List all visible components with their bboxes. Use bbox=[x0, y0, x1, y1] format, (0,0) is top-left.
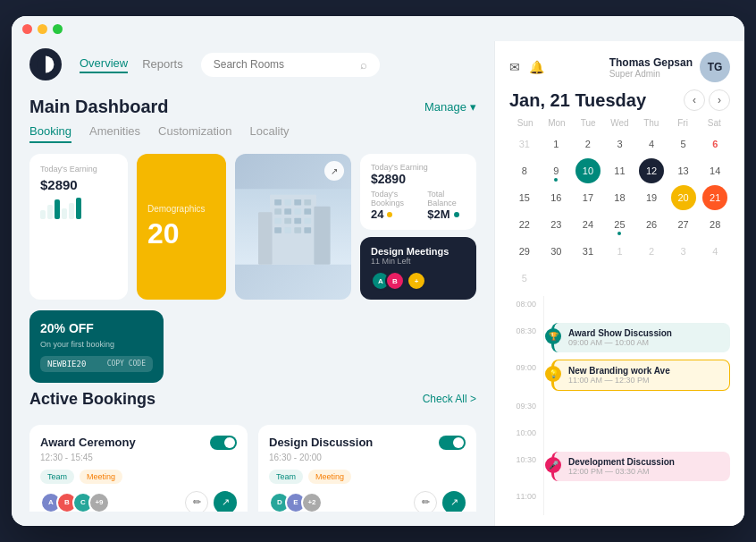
tab-locality[interactable]: Locality bbox=[249, 124, 289, 143]
cal-day-19[interactable]: 19 bbox=[639, 185, 664, 210]
avatar-add[interactable]: + bbox=[407, 271, 426, 291]
cal-day-17[interactable]: 17 bbox=[575, 185, 601, 210]
cal-day-5[interactable]: 5 bbox=[671, 131, 696, 157]
cal-day-4[interactable]: 4 bbox=[639, 131, 664, 157]
mail-icon[interactable]: ✉ bbox=[509, 60, 520, 74]
maximize-button[interactable] bbox=[53, 24, 63, 34]
promo-code-value: NEWBIE20 bbox=[47, 360, 86, 368]
cal-day-11[interactable]: 11 bbox=[607, 158, 632, 183]
booking-avatars-1: A B C +9 bbox=[40, 492, 105, 512]
schedule-content-0830: 🏆 Award Show Discussion 09:00 AM — 10:00… bbox=[551, 323, 730, 360]
cal-day-22[interactable]: 22 bbox=[512, 212, 537, 237]
toggle-2[interactable] bbox=[439, 436, 466, 450]
schedule-line bbox=[543, 296, 544, 323]
promo-code: NEWBIE20 COPY CODE bbox=[40, 356, 153, 372]
booking-tags-2: Team Meeting bbox=[269, 470, 466, 484]
search-input[interactable] bbox=[214, 58, 353, 71]
minimize-button[interactable] bbox=[38, 24, 47, 34]
earning-value: $2890 bbox=[40, 177, 117, 192]
cal-day-18[interactable]: 18 bbox=[607, 185, 632, 210]
tab-booking[interactable]: Booking bbox=[29, 124, 71, 143]
cal-day-30[interactable]: 30 bbox=[543, 239, 568, 264]
toggle-1[interactable] bbox=[210, 436, 237, 450]
cal-day-20[interactable]: 20 bbox=[671, 185, 696, 210]
cal-day-3[interactable]: 3 bbox=[607, 131, 632, 157]
avatar-2: B bbox=[385, 271, 405, 291]
schedule-line-1000 bbox=[543, 425, 544, 452]
cal-day-23[interactable]: 23 bbox=[543, 212, 568, 237]
share-button-2[interactable]: ↗ bbox=[442, 491, 466, 512]
check-all-button[interactable]: Check All > bbox=[423, 393, 476, 405]
event-dev[interactable]: 🎤 Development Discussion 12:00 PM — 03:3… bbox=[551, 452, 730, 481]
prev-month-button[interactable]: ‹ bbox=[684, 89, 705, 111]
calendar-days-header: Sun Mon Tue Wed Thu Fri Sat bbox=[509, 118, 730, 128]
time-1000: 10:00 bbox=[509, 425, 536, 452]
schedule-row-1100: 11:00 bbox=[509, 488, 730, 515]
header-icons: ✉ 🔔 bbox=[509, 60, 544, 74]
edit-button-1[interactable]: ✏ bbox=[185, 491, 208, 512]
today-earning-label: Today's Earning bbox=[371, 163, 466, 172]
close-button[interactable] bbox=[22, 24, 32, 34]
cal-day-28[interactable]: 28 bbox=[702, 212, 727, 237]
expand-icon[interactable]: ↗ bbox=[324, 161, 344, 181]
cal-day-15[interactable]: 15 bbox=[512, 185, 537, 210]
promo-subtitle: On your first booking bbox=[40, 340, 153, 349]
event-award-show[interactable]: 🏆 Award Show Discussion 09:00 AM — 10:00… bbox=[551, 323, 730, 352]
manage-button[interactable]: Manage ▾ bbox=[424, 100, 476, 114]
cal-day-29[interactable]: 29 bbox=[512, 239, 537, 264]
booking-time-1: 12:30 - 15:45 bbox=[40, 453, 237, 462]
cal-day-2[interactable]: 2 bbox=[575, 131, 601, 157]
schedule-content-0930 bbox=[551, 398, 730, 425]
svg-rect-12 bbox=[284, 218, 291, 224]
cal-day-3-next[interactable]: 3 bbox=[671, 239, 696, 264]
cal-day-25[interactable]: 25 bbox=[607, 212, 632, 237]
meeting-avatars: A B + bbox=[371, 271, 466, 291]
cal-day-8[interactable]: 8 bbox=[512, 158, 537, 183]
schedule-row-0830: 08:30 🏆 Award Show Discussion 09:00 AM —… bbox=[509, 323, 730, 360]
copy-label[interactable]: COPY CODE bbox=[107, 360, 146, 368]
bookings-value: 24 bbox=[371, 207, 420, 221]
svg-rect-11 bbox=[274, 218, 281, 224]
cal-day-12[interactable]: 12 bbox=[639, 158, 664, 183]
cal-day-5-next[interactable]: 5 bbox=[512, 266, 537, 291]
next-month-button[interactable]: › bbox=[709, 89, 730, 111]
cal-day-31-prev[interactable]: 31 bbox=[512, 131, 537, 157]
cal-day-9[interactable]: 9 bbox=[543, 158, 568, 183]
promo-title: 20% OFF bbox=[40, 321, 153, 336]
cal-day-1-next[interactable]: 1 bbox=[607, 239, 632, 264]
cal-day-16[interactable]: 16 bbox=[543, 185, 568, 210]
edit-button-2[interactable]: ✏ bbox=[414, 491, 437, 512]
booking-card-1: Award Ceremony 12:30 - 15:45 Team Meetin… bbox=[29, 425, 248, 512]
tab-amenities[interactable]: Amenities bbox=[89, 124, 140, 143]
cal-day-6[interactable]: 6 bbox=[702, 131, 727, 157]
search-icon: ⌕ bbox=[360, 58, 367, 72]
award-icon: 🏆 bbox=[545, 328, 561, 344]
nav-overview[interactable]: Overview bbox=[80, 56, 128, 73]
cal-day-24[interactable]: 24 bbox=[575, 212, 601, 237]
branding-title: New Branding work Ave bbox=[568, 366, 720, 376]
event-branding[interactable]: 💡 New Branding work Ave 11:00 AM — 12:30… bbox=[551, 360, 730, 391]
bookings-dot bbox=[387, 212, 392, 217]
tag-meeting-1: Meeting bbox=[80, 470, 122, 484]
search-bar[interactable]: ⌕ bbox=[201, 53, 380, 77]
cal-day-4-next[interactable]: 4 bbox=[702, 239, 727, 264]
bav-more-1: +9 bbox=[88, 492, 110, 512]
cal-day-31[interactable]: 31 bbox=[575, 239, 601, 264]
cal-day-10[interactable]: 10 bbox=[575, 158, 601, 183]
cal-day-26[interactable]: 26 bbox=[639, 212, 664, 237]
schedule-row-1030: 10:30 🎤 Development Discussion 12:00 PM … bbox=[509, 452, 730, 488]
cal-day-27[interactable]: 27 bbox=[671, 212, 696, 237]
cal-day-14[interactable]: 14 bbox=[702, 158, 727, 183]
bell-icon[interactable]: 🔔 bbox=[529, 60, 544, 74]
cal-day-2-next[interactable]: 2 bbox=[639, 239, 664, 264]
avatar: TG bbox=[700, 52, 730, 82]
share-button-1[interactable]: ↗ bbox=[214, 491, 237, 512]
award-show-time: 09:00 AM — 10:00 AM bbox=[568, 338, 721, 347]
nav-reports[interactable]: Reports bbox=[142, 57, 183, 72]
svg-rect-9 bbox=[294, 208, 301, 215]
cal-day-1[interactable]: 1 bbox=[543, 131, 568, 157]
tab-customization[interactable]: Customization bbox=[158, 124, 231, 143]
calendar-nav-buttons: ‹ › bbox=[684, 89, 730, 111]
cal-day-13[interactable]: 13 bbox=[671, 158, 696, 183]
cal-day-21[interactable]: 21 bbox=[702, 185, 727, 210]
